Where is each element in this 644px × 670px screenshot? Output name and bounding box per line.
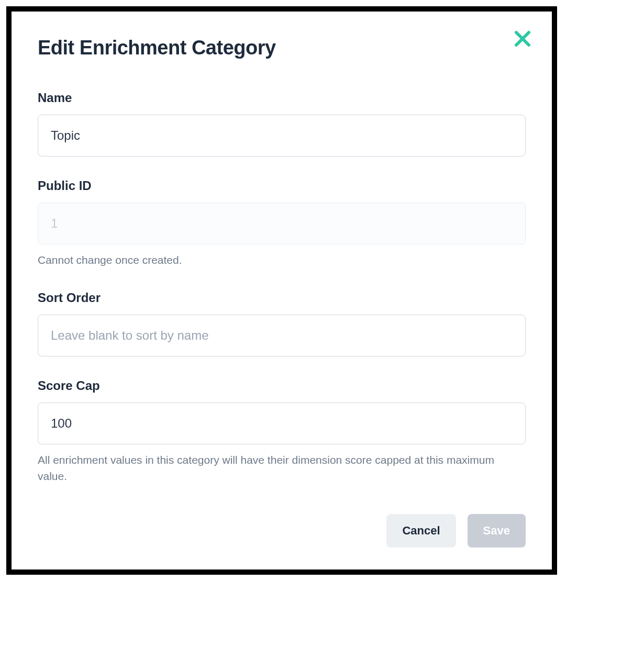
public-id-help-text: Cannot change once created.: [38, 252, 526, 269]
close-button[interactable]: [512, 28, 533, 49]
modal-footer: Cancel Save: [386, 514, 526, 548]
score-cap-input[interactable]: [38, 403, 526, 444]
save-button[interactable]: Save: [468, 514, 526, 548]
form-group-public-id: Public ID Cannot change once created.: [38, 178, 526, 269]
name-input[interactable]: [38, 115, 526, 157]
modal-dialog: Edit Enrichment Category Name Public ID …: [6, 6, 557, 575]
close-icon: [513, 29, 532, 48]
name-label: Name: [38, 91, 526, 105]
score-cap-help-text: All enrichment values in this category w…: [38, 452, 526, 485]
form-group-name: Name: [38, 91, 526, 157]
score-cap-label: Score Cap: [38, 378, 526, 393]
cancel-button[interactable]: Cancel: [386, 514, 456, 548]
form-group-score-cap: Score Cap All enrichment values in this …: [38, 378, 526, 485]
form-group-sort-order: Sort Order: [38, 291, 526, 356]
public-id-input: [38, 203, 526, 244]
public-id-label: Public ID: [38, 178, 526, 193]
sort-order-label: Sort Order: [38, 291, 526, 305]
modal-title: Edit Enrichment Category: [38, 37, 276, 59]
modal-header: Edit Enrichment Category: [38, 37, 526, 59]
sort-order-input[interactable]: [38, 315, 526, 356]
